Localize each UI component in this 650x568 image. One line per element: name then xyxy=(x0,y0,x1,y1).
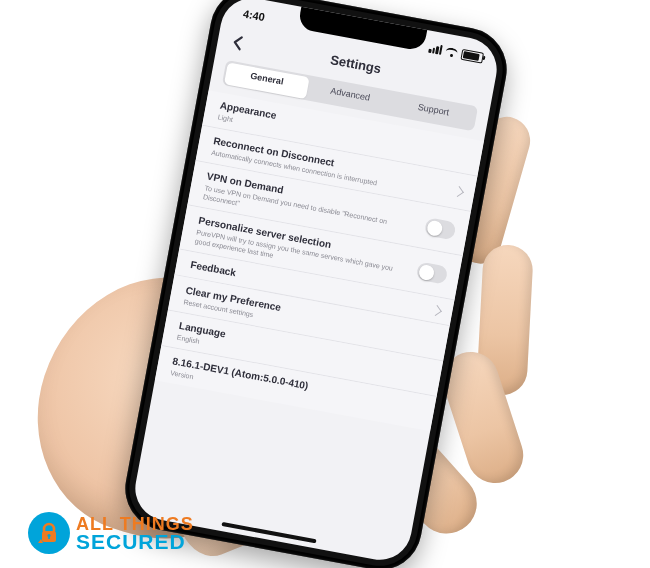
brand-text: ALL THINGS SECURED xyxy=(76,515,194,552)
status-time: 4:40 xyxy=(242,7,266,23)
brand-line-2: SECURED xyxy=(76,531,194,552)
back-button[interactable] xyxy=(226,31,249,54)
middle-finger xyxy=(476,244,534,396)
chevron-left-icon xyxy=(230,34,245,52)
settings-list: Appearance Light Reconnect on Disconnect… xyxy=(153,90,484,443)
phone-screen: 4:40 Settings General Adva xyxy=(130,0,502,565)
status-right xyxy=(428,42,484,63)
all-things-secured-logo: ALL THINGS SECURED xyxy=(28,512,194,554)
lock-icon xyxy=(37,521,61,545)
cell-signal-icon xyxy=(428,43,443,55)
battery-fill xyxy=(463,51,480,61)
lock-badge-icon xyxy=(28,512,70,554)
wifi-icon xyxy=(445,46,458,57)
phone: 4:40 Settings General Adva xyxy=(118,0,513,568)
svg-rect-2 xyxy=(48,536,50,539)
battery-icon xyxy=(460,48,484,63)
